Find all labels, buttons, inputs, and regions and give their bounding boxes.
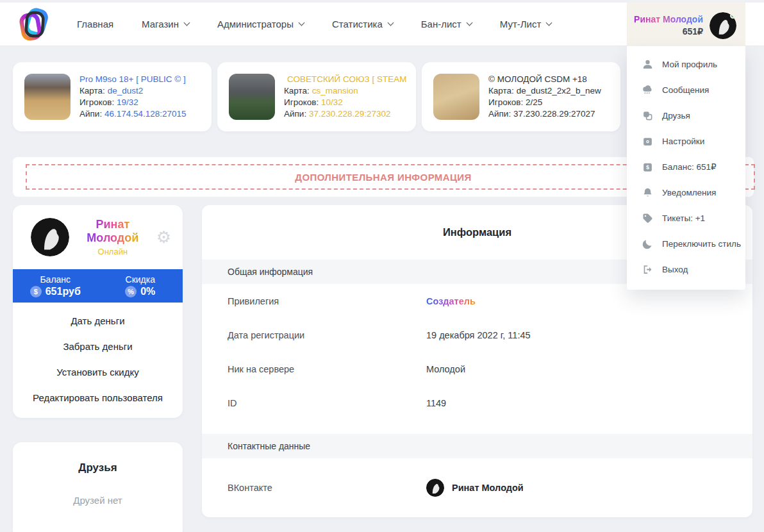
server-info: СОВЕТСКИЙ СОЮЗ [ STEAM ... Карта: cs_man…: [284, 74, 407, 120]
server-info: Pro M9so 18+ [ PUBLIC © ] Карта: de_dust…: [79, 74, 187, 120]
server-players: 19/32: [117, 97, 138, 107]
friends-empty-text: Друзей нет: [13, 495, 183, 506]
vk-name: Ринат Молодой: [452, 483, 524, 493]
info-row-registration-date: Дата регистрации 19 декабря 2022 г, 11:4…: [202, 318, 752, 352]
logout-icon: [642, 264, 653, 275]
menu-item-label: Настройки: [662, 137, 704, 146]
header-user-menu-toggle[interactable]: Ринат Молодой 651₽: [627, 3, 745, 49]
row-value: Молодой: [426, 364, 465, 374]
menu-item-label: Переключить стиль: [662, 239, 741, 249]
row-label: Привилегия: [202, 296, 426, 306]
gear-icon[interactable]: ⚙: [156, 229, 171, 245]
nav-label: Магазин: [142, 19, 179, 29]
nav-item-stats[interactable]: Статистика: [332, 19, 393, 29]
row-value: 19 декабря 2022 г, 11:45: [426, 330, 531, 340]
nav-item-mutelist[interactable]: Мут-Лист: [500, 19, 552, 29]
menu-item-logout[interactable]: Выход: [627, 256, 745, 282]
server-card-molodoy-csdm[interactable]: © МОЛОДОЙ CSDM +18 Карта: de_dust2_2x2_b…: [422, 62, 620, 131]
user-icon: [642, 59, 653, 70]
row-label: Дата регистрации: [202, 330, 426, 340]
chevron-down-icon: [387, 20, 394, 26]
menu-item-label: Сообщения: [662, 85, 709, 95]
take-money-button[interactable]: Забрать деньги: [13, 333, 183, 359]
balance-panel: Баланс $ 651руб Скидка % 0%: [13, 269, 183, 303]
percent-icon: %: [125, 286, 137, 297]
friends-title: Друзья: [13, 442, 183, 474]
menu-item-notifications[interactable]: Уведомления: [627, 179, 745, 205]
menu-item-settings[interactable]: Настройки: [627, 128, 745, 154]
avatar: [31, 218, 69, 256]
server-name: СОВЕТСКИЙ СОЮЗ [ STEAM ...: [284, 74, 407, 85]
menu-item-friends[interactable]: Друзья: [627, 103, 745, 128]
menu-item-messages[interactable]: Сообщения: [627, 77, 745, 103]
nav-label: Администраторы: [217, 19, 294, 29]
tag-icon: [642, 213, 653, 224]
spacer: [202, 420, 752, 434]
left-column: Ринат Молодой Онлайн ⚙ Баланс $ 651руб: [13, 205, 183, 532]
profile-identity: Ринат Молодой Онлайн: [69, 218, 156, 256]
messages-icon: [642, 85, 653, 96]
menu-item-profile[interactable]: Мой профиль: [627, 51, 745, 77]
discount-value: % 0%: [125, 286, 155, 297]
header-user-balance: 651₽: [634, 26, 703, 38]
server-map-thumbnail: [24, 74, 71, 120]
row-value: 1149: [426, 398, 446, 408]
balance-label: Баланс: [40, 274, 71, 285]
server-map: de_dust2: [108, 86, 144, 96]
server-info: © МОЛОДОЙ CSDM +18 Карта: de_dust2_2x2_b…: [488, 74, 601, 120]
online-status-dot: [730, 13, 736, 19]
server-players: 10/32: [321, 97, 343, 107]
nav-item-banlist[interactable]: Бан-лист: [421, 19, 472, 29]
nav-label: Мут-Лист: [500, 19, 542, 29]
menu-item-tickets[interactable]: Тикеты: +1: [627, 205, 745, 231]
user-dropdown-menu: Мой профиль Сообщения Друзья Настройки $…: [627, 46, 745, 290]
profile-actions: Дать деньги Забрать деньги Установить ск…: [13, 303, 183, 418]
svg-text:$: $: [646, 164, 649, 170]
profile-name: Ринат Молодой: [69, 218, 156, 245]
server-map: de_dust2_2x2_b_new: [517, 86, 601, 96]
friends-card: Друзья Друзей нет: [13, 442, 183, 532]
avatar[interactable]: [710, 12, 736, 39]
chevron-down-icon: [299, 20, 305, 26]
banner-label: ДОПОЛНИТЕЛЬНАЯ ИНФОРМАЦИЯ: [295, 172, 471, 183]
chevron-down-icon: [546, 20, 552, 26]
chevron-down-icon: [184, 20, 190, 26]
menu-item-label: Друзья: [662, 111, 690, 121]
settings-icon: [642, 136, 653, 147]
dollar-icon: $: [30, 286, 42, 297]
vk-profile-link[interactable]: Ринат Молодой: [426, 479, 524, 497]
menu-item-toggle-style[interactable]: Переключить стиль: [627, 231, 745, 256]
balance-column: Баланс $ 651руб: [13, 269, 98, 303]
give-money-button[interactable]: Дать деньги: [13, 308, 183, 333]
info-row-vkontakte: ВКонтакте Ринат Молодой: [202, 458, 752, 517]
balance-value: $ 651руб: [30, 286, 81, 297]
edit-user-button[interactable]: Редактировать пользователя: [13, 385, 183, 410]
server-ip: 37.230.228.29:27027: [513, 109, 595, 119]
profile-top: Ринат Молодой Онлайн ⚙: [13, 205, 183, 269]
row-value: Создатель: [426, 296, 476, 306]
server-players: 2/25: [526, 97, 542, 107]
nav-label: Главная: [77, 19, 113, 29]
set-discount-button[interactable]: Установить скидку: [13, 359, 183, 385]
server-ip: 37.230.228.29:27302: [309, 109, 391, 119]
avatar: [426, 479, 444, 497]
server-card-pro-m9so[interactable]: Pro M9so 18+ [ PUBLIC © ] Карта: de_dust…: [13, 62, 212, 131]
nav-item-shop[interactable]: Магазин: [142, 19, 189, 29]
row-label: ВКонтакте: [202, 483, 426, 493]
server-name: © МОЛОДОЙ CSDM +18: [488, 74, 601, 85]
profile-card: Ринат Молодой Онлайн ⚙ Баланс $ 651руб: [13, 205, 183, 418]
server-card-soviet-union[interactable]: СОВЕТСКИЙ СОЮЗ [ STEAM ... Карта: cs_man…: [217, 62, 416, 131]
nav-label: Бан-лист: [421, 19, 461, 29]
menu-item-label: Баланс: 651₽: [662, 162, 717, 172]
balance-icon: $: [642, 162, 653, 172]
server-name: Pro M9so 18+ [ PUBLIC © ]: [79, 74, 187, 85]
server-map: cs_mansion: [312, 86, 358, 96]
site-logo-icon[interactable]: [17, 6, 54, 43]
server-ip: 46.174.54.128:27015: [104, 109, 187, 119]
server-map-thumbnail: [229, 74, 275, 120]
server-map-thumbnail: [433, 74, 479, 120]
nav-item-home[interactable]: Главная: [77, 19, 113, 29]
header-user-name: Ринат Молодой: [634, 13, 703, 26]
nav-item-admins[interactable]: Администраторы: [217, 19, 304, 29]
menu-item-balance[interactable]: $ Баланс: 651₽: [627, 154, 745, 179]
